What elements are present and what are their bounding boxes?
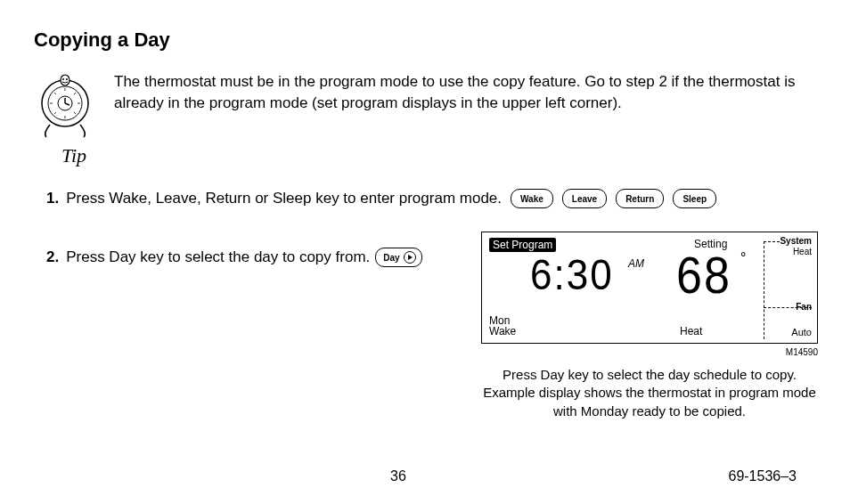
play-icon [404, 251, 416, 264]
page-number: 36 [390, 468, 406, 484]
tip-icon: Tip [34, 69, 114, 167]
tip-text: The thermostat must be in the program mo… [114, 69, 816, 114]
page-title: Copying a Day [34, 28, 816, 52]
step-2-number: 2. [46, 248, 59, 266]
return-key: Return [616, 189, 664, 208]
page-footer: 36 69-1536–3 [0, 468, 850, 484]
figure-caption: Press Day key to select the day schedule… [481, 366, 818, 420]
wake-key: Wake [511, 189, 553, 208]
day-key-label: Day [383, 253, 399, 263]
day-key: Day [375, 248, 421, 267]
step-2-text: Press Day key to select the day to copy … [66, 248, 370, 266]
sleep-key: Sleep [673, 189, 716, 208]
svg-point-7 [66, 78, 68, 80]
step-1-number: 1. [46, 190, 59, 207]
step-1-text: Press Wake, Leave, Return or Sleep key t… [66, 190, 502, 207]
lcd-ampm: AM [628, 257, 644, 270]
document-number: 69-1536–3 [728, 468, 797, 484]
divider-vertical [764, 241, 764, 339]
lcd-system-label: System [780, 236, 812, 246]
svg-point-6 [62, 78, 64, 80]
leave-key: Leave [562, 189, 607, 208]
divider-mid [764, 307, 812, 308]
lcd-system-heat: Heat [793, 247, 812, 256]
svg-point-5 [61, 75, 69, 85]
lcd-time: 6:30 [530, 250, 614, 299]
tip-label: Tip [34, 144, 114, 167]
step-1: 1. Press Wake, Leave, Return or Sleep ke… [34, 189, 816, 208]
thermostat-display-block: Set Program Setting System Heat Fan Auto… [481, 232, 818, 420]
divider-top [764, 241, 780, 242]
lcd-fan-auto: Auto [791, 327, 812, 337]
lcd-period: Wake [489, 325, 516, 337]
lcd-degree: ° [740, 250, 746, 266]
figure-code: M14590 [481, 347, 818, 357]
lcd-temp: 68 [676, 246, 731, 305]
thermostat-lcd: Set Program Setting System Heat Fan Auto… [481, 232, 818, 344]
tip-block: Tip The thermostat must be in the progra… [34, 69, 816, 167]
lcd-mode: Heat [680, 325, 702, 337]
